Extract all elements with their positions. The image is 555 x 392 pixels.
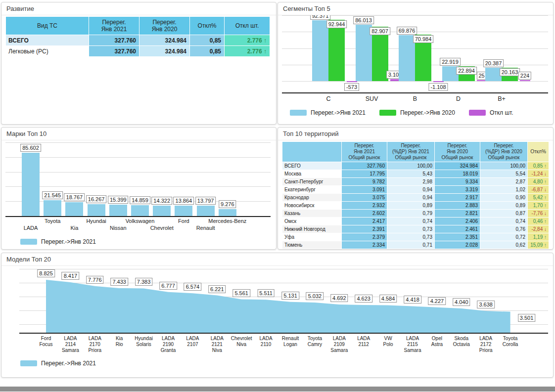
- territory-reg-2020-cell[interactable]: 9.334: [435, 178, 480, 186]
- territory-dev-pct-cell[interactable]: -7,76 ↓: [528, 210, 549, 218]
- territory-reg-2020-cell[interactable]: 3.319: [435, 186, 480, 194]
- territory-share-2021-cell[interactable]: 100,00: [387, 162, 435, 170]
- dev-cell-vehicle-type[interactable]: ВСЕГО: [6, 35, 89, 46]
- brands-bar-reg-2021[interactable]: [109, 205, 127, 216]
- territory-table-row[interactable]: ВСЕГО327.760100,00324.984100,000,85 ↑: [282, 162, 549, 170]
- territory-dev-pct-cell[interactable]: 5,42 ↑: [528, 194, 549, 202]
- territory-reg-2020-cell[interactable]: 2.351: [435, 233, 480, 241]
- segments-bar-reg-2021[interactable]: [312, 20, 328, 81]
- territory-name-cell[interactable]: Уфа: [282, 233, 342, 241]
- territory-column-header[interactable]: [282, 142, 342, 162]
- brands-bar-reg-2021[interactable]: [22, 153, 40, 216]
- territory-reg-2020-cell[interactable]: 2.883: [435, 202, 480, 210]
- dev-column-header[interactable]: Откл шт.: [225, 17, 270, 35]
- territory-share-2020-cell[interactable]: 0,76: [480, 225, 528, 233]
- dev-column-header[interactable]: Перерег. Янв 2021: [89, 17, 139, 35]
- territory-dev-pct-cell[interactable]: 1,19 ↑: [528, 233, 549, 241]
- territory-table-row[interactable]: Омск2.4170,742.4060,740,46 ↑: [282, 218, 549, 225]
- territory-reg-2021-cell[interactable]: 2.391: [342, 225, 387, 233]
- territory-table-row[interactable]: Екатеринбург3.0910,943.3191,02-6,87 ↓: [282, 186, 549, 194]
- territory-share-2020-cell[interactable]: 0,89: [480, 202, 528, 210]
- segments-bar-deviation[interactable]: [433, 81, 444, 82]
- dev-cell-reg-2020[interactable]: 324.984: [139, 46, 190, 57]
- territory-share-2021-cell[interactable]: 0,73: [387, 225, 435, 233]
- territory-name-cell[interactable]: Санкт-Петербург: [282, 178, 342, 186]
- dev-cell-reg-2021[interactable]: 327.760: [89, 46, 139, 57]
- dev-cell-dev-units[interactable]: 2.776 ↑: [225, 35, 270, 46]
- dev-cell-dev-pct[interactable]: 0,85: [190, 35, 225, 46]
- territory-share-2021-cell[interactable]: 0,94: [387, 186, 435, 194]
- brands-bar-reg-2021[interactable]: [131, 205, 149, 216]
- territory-share-2021-cell[interactable]: 0,94: [387, 194, 435, 202]
- territory-reg-2020-cell[interactable]: 18.019: [435, 170, 480, 178]
- territory-table-row[interactable]: Казань2.6020,792.8210,87-7,76 ↓: [282, 210, 549, 218]
- territory-share-2021-cell[interactable]: 0,79: [387, 210, 435, 218]
- brands-bar-reg-2021[interactable]: [175, 206, 192, 216]
- territory-table-row[interactable]: Санкт-Петербург9.7822,989.3342,874,80 ↑: [282, 178, 549, 186]
- dev-cell-dev-units[interactable]: 2.776 ↑: [225, 46, 270, 57]
- territory-reg-2020-cell[interactable]: 2.821: [435, 210, 480, 218]
- territory-reg-2020-cell[interactable]: 2.406: [435, 218, 480, 225]
- territory-column-header[interactable]: Откл%: [528, 142, 549, 162]
- territory-reg-2021-cell[interactable]: 17.795: [342, 170, 387, 178]
- dev-cell-vehicle-type[interactable]: Легковые (PC): [6, 46, 89, 57]
- territory-reg-2020-cell[interactable]: 2.461: [435, 225, 480, 233]
- territory-reg-2021-cell[interactable]: 2.602: [342, 210, 387, 218]
- brands-bar-reg-2021[interactable]: [153, 206, 171, 216]
- territory-reg-2021-cell[interactable]: 3.091: [342, 186, 387, 194]
- territory-dev-pct-cell[interactable]: -1,24 ↓: [528, 170, 549, 178]
- territory-dev-pct-cell[interactable]: -2,84 ↓: [528, 225, 549, 233]
- territory-share-2020-cell[interactable]: 1,02: [480, 186, 528, 194]
- segments-bar-deviation[interactable]: [520, 80, 530, 81]
- territory-reg-2021-cell[interactable]: 9.782: [342, 178, 387, 186]
- territory-reg-2021-cell[interactable]: 2.334: [342, 241, 387, 249]
- territory-share-2021-cell[interactable]: 5,43: [387, 170, 435, 178]
- dev-column-header[interactable]: Вид ТС: [6, 17, 89, 35]
- territory-share-2020-cell[interactable]: 0,87: [480, 210, 528, 218]
- territory-table-row[interactable]: Новосибирск2.9320,892.8830,891,70 ↑: [282, 202, 549, 210]
- territory-share-2020-cell[interactable]: 5,54: [480, 170, 528, 178]
- territory-share-2021-cell[interactable]: 0,89: [387, 202, 435, 210]
- territory-share-2020-cell[interactable]: 100,00: [480, 162, 528, 170]
- territory-dev-pct-cell[interactable]: -6,87 ↓: [528, 186, 549, 194]
- territory-column-header[interactable]: Перерег. Янв 2021 Общий рынок: [342, 142, 387, 162]
- territory-reg-2021-cell[interactable]: 327.760: [342, 162, 387, 170]
- territory-table-row[interactable]: Тюмень2.3340,712.0280,6215,09 ↑: [282, 241, 549, 249]
- horizontal-scrollbar[interactable]: [0, 387, 555, 392]
- brands-bar-reg-2021[interactable]: [197, 206, 215, 216]
- dev-cell-reg-2020[interactable]: 324.984: [139, 35, 190, 46]
- territory-reg-2020-cell[interactable]: 2.917: [435, 194, 480, 202]
- dev-column-header[interactable]: Откл%: [190, 17, 225, 35]
- territory-reg-2021-cell[interactable]: 2.417: [342, 218, 387, 225]
- territory-name-cell[interactable]: Новосибирск: [282, 202, 342, 210]
- territory-table-row[interactable]: Москва17.7955,4318.0195,54-1,24 ↓: [282, 170, 549, 178]
- territory-name-cell[interactable]: Екатеринбург: [282, 186, 342, 194]
- territory-name-cell[interactable]: Казань: [282, 210, 342, 218]
- territory-name-cell[interactable]: Москва: [282, 170, 342, 178]
- territory-reg-2021-cell[interactable]: 3.075: [342, 194, 387, 202]
- territory-reg-2021-cell[interactable]: 2.932: [342, 202, 387, 210]
- dev-cell-dev-pct[interactable]: 0,85: [190, 46, 225, 57]
- dev-cell-reg-2021[interactable]: 327.760: [89, 35, 139, 46]
- territory-share-2020-cell[interactable]: 0,90: [480, 194, 528, 202]
- segments-bar-deviation[interactable]: [347, 81, 357, 82]
- territory-reg-2020-cell[interactable]: 2.028: [435, 241, 480, 249]
- territory-column-header[interactable]: Перерег. (%ДР) Янв 2020 Общий рынок: [480, 142, 528, 162]
- brands-bar-reg-2021[interactable]: [44, 200, 61, 216]
- territory-column-header[interactable]: Перерег. (%ДР) Янв 2021 Общий рынок: [387, 142, 435, 162]
- territory-dev-pct-cell[interactable]: 0,46 ↑: [528, 218, 549, 225]
- territory-share-2020-cell[interactable]: 0,62: [480, 241, 528, 249]
- territory-table-row[interactable]: Нижний Новгород2.3910,732.4610,76-2,84 ↓: [282, 225, 549, 233]
- territory-share-2021-cell[interactable]: 0,71: [387, 241, 435, 249]
- dev-table-row[interactable]: Легковые (PC)327.760324.9840,852.776 ↑: [6, 46, 270, 57]
- territory-dev-pct-cell[interactable]: 4,80 ↑: [528, 178, 549, 186]
- territory-share-2021-cell[interactable]: 2,98: [387, 178, 435, 186]
- territory-name-cell[interactable]: Омск: [282, 218, 342, 225]
- area-series-reg-2021[interactable]: [46, 280, 510, 333]
- territory-reg-2020-cell[interactable]: 324.984: [435, 162, 480, 170]
- territory-column-header[interactable]: Перерег. Янв 2020 Общий рынок: [435, 142, 480, 162]
- segments-bar-reg-2020[interactable]: [328, 20, 345, 81]
- territory-share-2020-cell[interactable]: 0,72: [480, 233, 528, 241]
- dev-table-row[interactable]: ВСЕГО327.760324.9840,852.776 ↑: [6, 35, 270, 46]
- territory-table-row[interactable]: Уфа2.3790,732.3510,721,19 ↑: [282, 233, 549, 241]
